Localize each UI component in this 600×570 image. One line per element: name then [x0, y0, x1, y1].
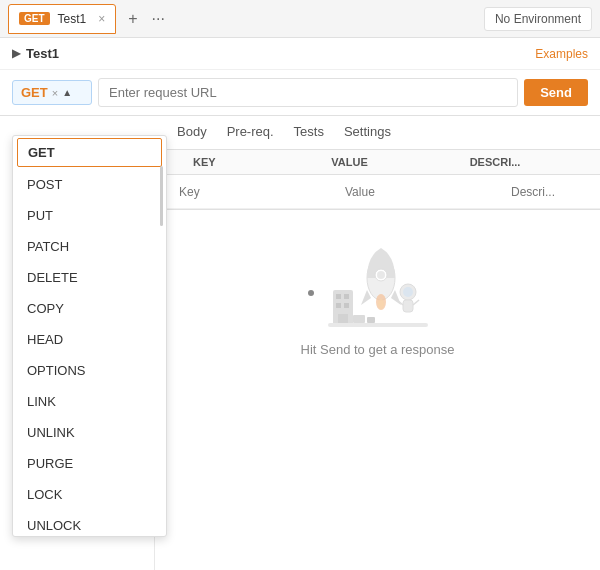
svg-rect-1 — [336, 294, 341, 299]
tab-tests[interactable]: Tests — [284, 116, 334, 149]
header-key-col: KEY — [185, 156, 323, 168]
svg-rect-16 — [328, 323, 428, 327]
dropdown-item-put[interactable]: PUT — [13, 200, 166, 231]
dropdown-scroll: GET POST PUT PATCH DELETE COPY HEAD OPTI… — [13, 136, 166, 536]
header-desc-col: DESCRI... — [462, 156, 600, 168]
rocket-illustration — [323, 240, 433, 330]
dropdown-item-options[interactable]: OPTIONS — [13, 355, 166, 386]
request-name-bar: ▶ Test1 Examples — [0, 38, 600, 70]
header-value-col: VALUE — [323, 156, 461, 168]
send-button[interactable]: Send — [524, 79, 588, 106]
row-key-input[interactable] — [171, 179, 337, 205]
empty-state: Hit Send to get a response — [155, 210, 600, 387]
tab-settings[interactable]: Settings — [334, 116, 401, 149]
dropdown-scrollbar — [160, 166, 163, 226]
add-tab-button[interactable]: + — [124, 8, 141, 30]
request-title: Test1 — [26, 46, 59, 61]
dropdown-item-patch[interactable]: PATCH — [13, 231, 166, 262]
tab-test1[interactable]: GET Test1 × — [8, 4, 116, 34]
tab-bar: GET Test1 × + ··· No Environment — [0, 0, 600, 38]
dropdown-item-lock[interactable]: LOCK — [13, 479, 166, 510]
url-input[interactable] — [98, 78, 518, 107]
dropdown-item-head[interactable]: HEAD — [13, 324, 166, 355]
svg-rect-17 — [353, 315, 365, 323]
request-name[interactable]: ▶ Test1 — [12, 46, 59, 61]
svg-line-15 — [413, 300, 419, 305]
svg-point-12 — [403, 287, 413, 297]
row-value-input[interactable] — [337, 179, 503, 205]
resize-handle[interactable] — [308, 290, 314, 296]
dropdown-item-get[interactable]: GET — [17, 138, 162, 167]
svg-rect-3 — [336, 303, 341, 308]
url-bar: GET × ▲ Send — [0, 70, 600, 116]
svg-rect-2 — [344, 294, 349, 299]
table-header: KEY VALUE DESCRI... — [155, 150, 600, 175]
method-text: GET — [21, 85, 48, 100]
svg-rect-4 — [344, 303, 349, 308]
tab-close-button[interactable]: × — [98, 12, 105, 26]
examples-link[interactable]: Examples — [535, 47, 588, 61]
row-desc-input[interactable] — [503, 179, 600, 205]
method-dropdown: GET POST PUT PATCH DELETE COPY HEAD OPTI… — [12, 135, 167, 537]
dropdown-item-copy[interactable]: COPY — [13, 293, 166, 324]
tab-method-badge: GET — [19, 12, 50, 25]
tab-actions: + ··· — [124, 8, 169, 30]
tab-body[interactable]: Body — [167, 116, 217, 149]
dropdown-item-link[interactable]: LINK — [13, 386, 166, 417]
dropdown-item-delete[interactable]: DELETE — [13, 262, 166, 293]
method-dropdown-icon[interactable]: ▲ — [62, 87, 72, 98]
expand-arrow-icon: ▶ — [12, 47, 20, 60]
more-tabs-button[interactable]: ··· — [148, 8, 169, 30]
empty-state-text: Hit Send to get a response — [301, 342, 455, 357]
environment-selector[interactable]: No Environment — [484, 7, 592, 31]
dropdown-item-unlock[interactable]: UNLOCK — [13, 510, 166, 536]
params-table: KEY VALUE DESCRI... — [155, 150, 600, 210]
svg-rect-18 — [367, 317, 375, 323]
tab-name: Test1 — [58, 12, 87, 26]
tab-prereq[interactable]: Pre-req. — [217, 116, 284, 149]
method-selector[interactable]: GET × ▲ — [12, 80, 92, 105]
dropdown-item-post[interactable]: POST — [13, 169, 166, 200]
svg-point-8 — [377, 271, 385, 279]
method-clear-icon[interactable]: × — [52, 87, 58, 99]
dropdown-item-unlink[interactable]: UNLINK — [13, 417, 166, 448]
dropdown-item-purge[interactable]: PURGE — [13, 448, 166, 479]
request-tabs-row: Body Pre-req. Tests Settings — [155, 116, 600, 150]
svg-rect-13 — [403, 300, 413, 312]
svg-point-10 — [378, 299, 384, 309]
table-row — [155, 175, 600, 209]
